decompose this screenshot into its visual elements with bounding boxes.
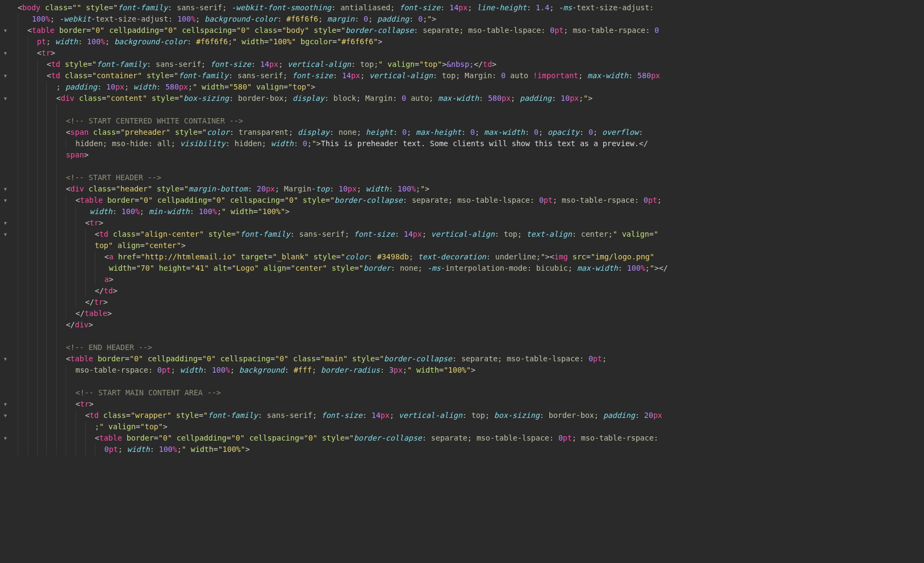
code-content[interactable]: <a href="http://htmlemail.io" target="_b… xyxy=(105,252,654,261)
fold-toggle-icon[interactable]: ▾ xyxy=(2,410,9,421)
code-line[interactable]: ; padding: 10px; width: 580px;" width="5… xyxy=(2,81,922,93)
code-content[interactable]: span> xyxy=(66,150,88,159)
code-content[interactable]: </table> xyxy=(75,309,112,318)
fold-toggle-icon xyxy=(2,138,9,149)
code-line[interactable]: width="70" height="41" alt="Logo" align=… xyxy=(2,263,922,274)
code-content[interactable]: 0pt; width: 100%;" width="100%"> xyxy=(105,445,250,454)
fold-toggle-icon xyxy=(2,13,9,25)
code-line[interactable]: </td> xyxy=(2,285,922,297)
code-line[interactable]: </tr> xyxy=(2,297,922,308)
code-content[interactable]: <!-- END HEADER --> xyxy=(66,343,152,352)
code-line[interactable]: <!-- START CENTERED WHITE CONTAINER --> xyxy=(2,115,922,127)
code-content[interactable]: 100%; -webkit-text-size-adjust: 100%; ba… xyxy=(27,15,437,23)
code-content[interactable]: <td style="font-family: sans-serif; font… xyxy=(46,60,497,68)
code-line[interactable]: ▾ <table border="0" cellpadding="0" cell… xyxy=(2,25,922,36)
fold-toggle-icon[interactable]: ▾ xyxy=(2,399,9,410)
fold-toggle-icon[interactable]: ▾ xyxy=(2,217,9,229)
code-line[interactable]: ▾ <td class="wrapper" style="font-family… xyxy=(2,410,922,421)
code-line[interactable]: ▾ <table border="0" cellpadding="0" cell… xyxy=(2,353,922,365)
code-line[interactable]: 0pt; width: 100%;" width="100%"> xyxy=(2,444,922,455)
code-line[interactable]: width: 100%; min-width: 100%;" width="10… xyxy=(2,206,922,217)
fold-toggle-icon[interactable]: ▾ xyxy=(2,25,9,36)
code-line[interactable]: a> xyxy=(2,274,922,285)
code-line[interactable]: span> xyxy=(2,149,922,161)
code-line[interactable]: <!-- END HEADER --> xyxy=(2,342,922,353)
fold-toggle-icon[interactable]: ▾ xyxy=(2,229,9,240)
code-line[interactable]: <a href="http://htmlemail.io" target="_b… xyxy=(2,251,922,263)
fold-toggle-icon xyxy=(2,149,9,161)
code-line[interactable]: </div> xyxy=(2,319,922,331)
fold-toggle-icon[interactable]: ▾ xyxy=(2,353,9,365)
code-line[interactable]: ▾ <tr> xyxy=(2,217,922,229)
code-content[interactable]: <tr> xyxy=(37,49,56,57)
code-content[interactable]: ;" valign="top"> xyxy=(95,422,168,431)
code-content[interactable]: </td> xyxy=(95,286,118,295)
fold-toggle-icon xyxy=(2,115,9,127)
code-line[interactable]: ▾ <tr> xyxy=(2,399,922,410)
code-content[interactable]: top" align="center"> xyxy=(95,241,186,250)
fold-toggle-icon xyxy=(2,365,9,376)
code-content[interactable]: <!-- START CENTERED WHITE CONTAINER --> xyxy=(66,116,243,125)
code-line[interactable]: <td style="font-family: sans-serif; font… xyxy=(2,59,922,70)
code-line[interactable]: ▾ <td class="align-center" style="font-f… xyxy=(2,229,922,240)
code-line[interactable]: ▾ <table border="0" cellpadding="0" cell… xyxy=(2,432,922,444)
code-line[interactable]: ;" valign="top"> xyxy=(2,421,922,432)
fold-toggle-icon[interactable]: ▾ xyxy=(2,432,9,444)
code-line[interactable]: <!-- START HEADER --> xyxy=(2,172,922,183)
code-content[interactable]: <tr> xyxy=(75,400,94,408)
code-line[interactable] xyxy=(2,376,922,387)
code-content[interactable]: <table border="0" cellpadding="0" cellsp… xyxy=(27,26,659,35)
code-line[interactable]: ▾ <div class="content" style="box-sizing… xyxy=(2,93,922,104)
code-line[interactable] xyxy=(2,331,922,342)
fold-toggle-icon[interactable]: ▾ xyxy=(2,47,9,59)
fold-toggle-icon xyxy=(2,342,9,353)
code-content[interactable]: <span class="preheader" style="color: tr… xyxy=(66,128,643,136)
fold-toggle-icon xyxy=(2,421,9,432)
code-line[interactable] xyxy=(2,161,922,172)
fold-toggle-icon xyxy=(2,319,9,331)
code-line[interactable]: ▾ <tr> xyxy=(2,47,922,59)
code-content[interactable]: <table border="0" cellpadding="0" cellsp… xyxy=(95,434,658,442)
code-content[interactable]: <div class="header" style="margin-bottom… xyxy=(66,184,429,193)
code-line[interactable]: <span class="preheader" style="color: tr… xyxy=(2,127,922,138)
code-content[interactable]: mso-table-rspace: 0pt; width: 100%; back… xyxy=(75,366,475,374)
code-line[interactable]: <body class="" style="font-family: sans-… xyxy=(2,2,922,13)
code-line[interactable]: hidden; mso-hide: all; visibility: hidde… xyxy=(2,138,922,149)
code-content[interactable]: ; padding: 10px; width: 580px;" width="5… xyxy=(56,83,315,91)
code-line[interactable]: top" align="center"> xyxy=(2,240,922,251)
code-content[interactable]: <td class="wrapper" style="font-family: … xyxy=(85,411,663,420)
code-content[interactable]: <!-- START MAIN CONTENT AREA --> xyxy=(75,388,221,397)
fold-toggle-icon xyxy=(2,2,9,13)
code-content[interactable]: <body class="" style="font-family: sans-… xyxy=(18,3,654,12)
code-content[interactable]: <td class="align-center" style="font-fam… xyxy=(95,230,658,238)
fold-toggle-icon[interactable]: ▾ xyxy=(2,70,9,81)
code-content[interactable]: <td class="container" style="font-family… xyxy=(46,71,660,80)
code-line[interactable]: pt; width: 100%; background-color: #f6f6… xyxy=(2,36,922,47)
fold-toggle-icon[interactable]: ▾ xyxy=(2,183,9,195)
code-editor[interactable]: <body class="" style="font-family: sans-… xyxy=(0,0,924,477)
code-line[interactable]: ▾ <table border="0" cellpadding="0" cell… xyxy=(2,195,922,206)
code-content[interactable]: </tr> xyxy=(85,298,108,306)
code-line[interactable]: 100%; -webkit-text-size-adjust: 100%; ba… xyxy=(2,13,922,25)
code-line[interactable]: mso-table-rspace: 0pt; width: 100%; back… xyxy=(2,365,922,376)
code-content[interactable]: pt; width: 100%; background-color: #f6f6… xyxy=(37,37,383,46)
code-content[interactable]: <table border="0" cellpadding="0" cellsp… xyxy=(75,196,662,204)
code-line[interactable]: <!-- START MAIN CONTENT AREA --> xyxy=(2,387,922,399)
code-content[interactable]: width="70" height="41" alt="Logo" align=… xyxy=(105,264,668,272)
code-content[interactable]: width: 100%; min-width: 100%;" width="10… xyxy=(85,207,289,216)
code-content[interactable]: <div class="content" style="box-sizing: … xyxy=(56,94,592,102)
code-content[interactable]: a> xyxy=(105,275,114,284)
fold-toggle-icon[interactable]: ▾ xyxy=(2,195,9,206)
code-content[interactable]: <table border="0" cellpadding="0" cellsp… xyxy=(66,354,606,363)
code-content[interactable]: hidden; mso-hide: all; visibility: hidde… xyxy=(75,139,648,148)
code-content[interactable]: <!-- START HEADER --> xyxy=(66,173,161,182)
fold-toggle-icon xyxy=(2,285,9,297)
code-content[interactable]: </div> xyxy=(66,320,93,329)
code-line[interactable]: ▾ <div class="header" style="margin-bott… xyxy=(2,183,922,195)
code-line[interactable]: ▾ <td class="container" style="font-fami… xyxy=(2,70,922,81)
code-line[interactable]: </table> xyxy=(2,308,922,319)
code-content[interactable]: <tr> xyxy=(85,218,104,227)
code-line[interactable] xyxy=(2,104,922,115)
fold-toggle-icon[interactable]: ▾ xyxy=(2,93,9,104)
fold-toggle-icon xyxy=(2,274,9,285)
